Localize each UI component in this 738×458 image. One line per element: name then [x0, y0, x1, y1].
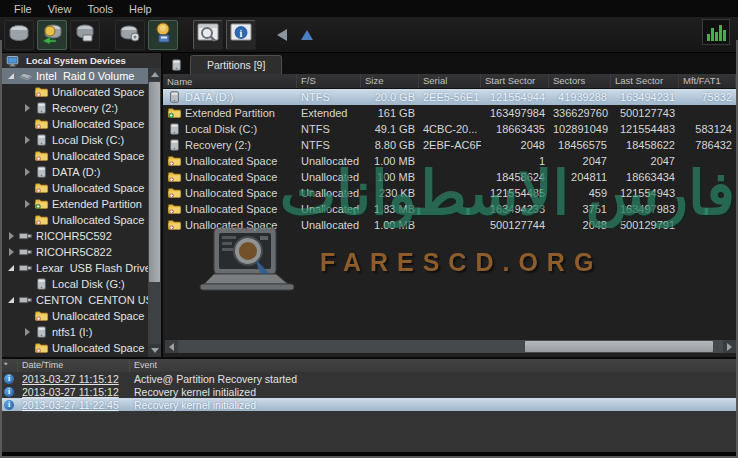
tree-item-local-disk-g[interactable]: Local Disk (G:) — [0, 276, 148, 292]
tree-item-unallocated[interactable]: Unallocated Space — [0, 180, 148, 196]
scrollbar-thumb[interactable] — [525, 341, 713, 352]
col-mft-fat1[interactable]: Mft/FAT1 — [679, 74, 736, 88]
arrow-up-icon — [301, 30, 313, 40]
hard-drive-icon — [7, 21, 31, 49]
table-row[interactable]: Unallocated Space Unallocated 230 KB 121… — [163, 185, 738, 201]
window-bottom-border — [0, 452, 738, 458]
col-name[interactable]: Name — [163, 74, 297, 88]
scroll-down-button[interactable] — [148, 344, 161, 357]
unallocated-folder-icon — [167, 202, 182, 216]
tree-item-unallocated[interactable]: Unallocated Space — [0, 308, 148, 324]
triangle-up-icon — [151, 72, 159, 77]
tree-item-ricohr5c822[interactable]: RICOHR5C822 — [0, 244, 148, 260]
table-row[interactable]: Unallocated Space Unallocated 1.00 MB 50… — [163, 217, 738, 233]
table-row[interactable]: Unallocated Space Unallocated 1.00 MB 1 … — [163, 153, 738, 169]
device-tree: Intel Raid 0 Volume Unallocated Space Re… — [0, 68, 148, 357]
devices-panel: Local System Devices Intel Raid 0 Volume… — [0, 53, 163, 357]
tree-item-data-d[interactable]: DATA (D:) — [0, 164, 148, 180]
tab-partitions[interactable]: Partitions [9] — [190, 55, 282, 74]
fix-disk-button[interactable] — [115, 20, 145, 50]
tree-item-unallocated[interactable]: Unallocated Space — [0, 148, 148, 164]
up-button[interactable] — [296, 24, 318, 46]
drive-icon — [34, 101, 49, 115]
expanded-arrow-icon[interactable] — [8, 73, 14, 79]
unallocated-folder-icon — [34, 181, 49, 195]
extended-partition-icon — [34, 197, 49, 211]
log-row[interactable]: i 2013-03-27 11:22:45 Recovery kernel in… — [0, 398, 738, 411]
collapsed-arrow-icon[interactable] — [25, 104, 30, 112]
table-row[interactable]: DATA (D:) NTFS 20.0 GB 2EE5-56E1 1215549… — [163, 89, 738, 105]
superscan-button[interactable] — [70, 20, 100, 50]
unallocated-folder-icon — [34, 213, 49, 227]
col-fs[interactable]: F/S — [297, 74, 361, 88]
tree-item-unallocated[interactable]: Unallocated Space — [0, 340, 148, 356]
menu-tools[interactable]: Tools — [79, 2, 121, 16]
col-event[interactable]: Event — [130, 359, 738, 372]
disk-erase-icon — [73, 21, 97, 49]
unallocated-folder-icon — [167, 154, 182, 168]
collapsed-arrow-icon[interactable] — [9, 248, 14, 256]
scrollbar-thumb[interactable] — [149, 82, 160, 282]
extended-partition-icon — [167, 106, 182, 120]
tree-item-ricohr5c592[interactable]: RICOHR5C592 — [0, 228, 148, 244]
tab-bar: Partitions [9] — [163, 53, 738, 74]
usb-icon — [18, 229, 33, 243]
usb-icon — [18, 261, 33, 275]
collapsed-arrow-icon[interactable] — [25, 168, 30, 176]
col-date-time[interactable]: Date/Time — [18, 359, 130, 372]
volume-icon — [18, 69, 33, 83]
collapsed-arrow-icon[interactable] — [25, 200, 30, 208]
drive-icon — [34, 277, 49, 291]
expanded-arrow-icon[interactable] — [8, 297, 14, 303]
col-size[interactable]: Size — [361, 74, 419, 88]
log-row[interactable]: i 2013-03-27 11:15:12 Active@ Partition … — [0, 372, 738, 385]
expanded-arrow-icon[interactable] — [8, 265, 14, 271]
tree-item-recovery-2[interactable]: Recovery (2:) — [0, 100, 148, 116]
tree-item-centon-usb[interactable]: CENTON CENTON USB — [0, 292, 148, 308]
back-button[interactable] — [271, 24, 293, 46]
info-button[interactable]: i — [226, 20, 256, 50]
menu-file[interactable]: File — [6, 2, 40, 16]
backup-button[interactable] — [148, 20, 178, 50]
table-row[interactable]: Unallocated Space Unallocated 100 MB 184… — [163, 169, 738, 185]
collapsed-arrow-icon[interactable] — [9, 232, 14, 240]
col-start-sector[interactable]: Start Sector — [481, 74, 549, 88]
table-row[interactable]: Recovery (2:) NTFS 8.80 GB 2EBF-AC6F 204… — [163, 137, 738, 153]
table-row[interactable]: Local Disk (C:) NTFS 49.1 GB 4CBC-20... … — [163, 121, 738, 137]
table-row[interactable]: Extended Partition Extended 161 GB 16349… — [163, 105, 738, 121]
partition-image-icon — [169, 58, 184, 72]
tree-item-lexar-usb[interactable]: Lexar USB Flash Drive — [0, 260, 148, 276]
usb-icon — [18, 245, 33, 259]
register-button[interactable] — [702, 19, 730, 45]
col-log-icon[interactable]: * — [0, 359, 18, 372]
preview-button[interactable] — [193, 20, 223, 50]
table-row[interactable]: Unallocated Space Unallocated 1.83 MB 16… — [163, 201, 738, 217]
sidebar-scrollbar[interactable] — [148, 68, 161, 357]
scroll-up-button[interactable] — [148, 68, 161, 81]
tree-item-extended-partition[interactable]: Extended Partition — [0, 196, 148, 212]
quickscan-button[interactable] — [37, 20, 67, 50]
scroll-left-button[interactable] — [165, 340, 178, 353]
collapsed-arrow-icon[interactable] — [25, 328, 30, 336]
unallocated-folder-icon — [34, 309, 49, 323]
menu-view[interactable]: View — [40, 2, 80, 16]
log-row[interactable]: i 2013-03-27 11:15:12 Recovery kernel in… — [0, 385, 738, 398]
menu-help[interactable]: Help — [121, 2, 160, 16]
tree-item-local-disk-c[interactable]: Local Disk (C:) — [0, 132, 148, 148]
col-last-sector[interactable]: Last Sector — [611, 74, 679, 88]
drive-icon — [167, 122, 182, 136]
tree-item-intel-raid-volume[interactable]: Intel Raid 0 Volume — [0, 68, 148, 84]
collapsed-arrow-icon[interactable] — [25, 136, 30, 144]
tree-item-unallocated[interactable]: Unallocated Space — [0, 212, 148, 228]
scroll-right-button[interactable] — [723, 340, 736, 353]
horizontal-scrollbar[interactable] — [165, 340, 736, 353]
tree-item-unallocated[interactable]: Unallocated Space — [0, 84, 148, 100]
tree-item-unallocated[interactable]: Unallocated Space — [0, 116, 148, 132]
tree-item-ntfs1-i[interactable]: ntfs1 (I:) — [0, 324, 148, 340]
disk-save-icon — [151, 21, 175, 49]
info-icon: i — [4, 374, 14, 384]
col-sectors[interactable]: Sectors — [549, 74, 611, 88]
unallocated-folder-icon — [167, 186, 182, 200]
col-serial[interactable]: Serial — [419, 74, 481, 88]
open-disk-button[interactable] — [4, 20, 34, 50]
